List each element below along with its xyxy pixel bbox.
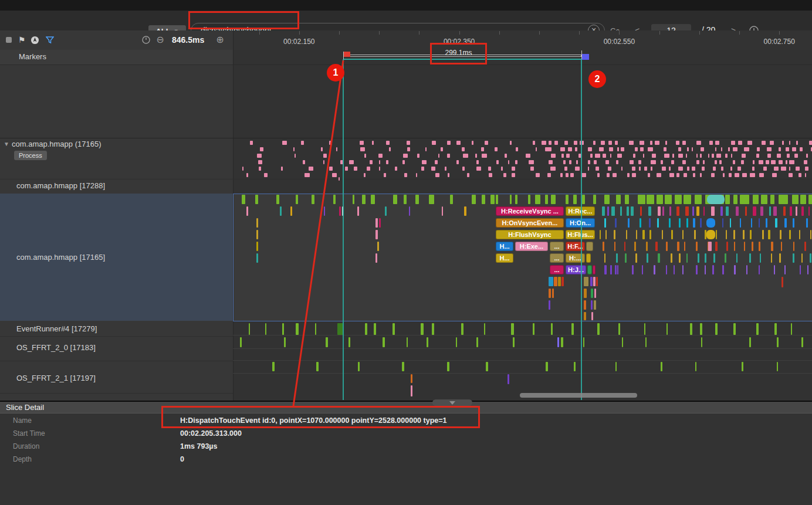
process-activity-tick[interactable]	[789, 167, 791, 171]
trace-slice[interactable]	[561, 277, 564, 286]
run-state-slice[interactable]	[740, 195, 749, 204]
run-state-slice[interactable]	[353, 195, 354, 204]
sched-tick[interactable]	[583, 337, 584, 347]
process-activity-tick[interactable]	[496, 160, 498, 164]
trace-tick[interactable]	[773, 206, 777, 216]
process-activity-tick[interactable]	[630, 160, 634, 164]
trace-tick[interactable]	[793, 218, 794, 228]
process-activity-tick[interactable]	[508, 160, 509, 164]
trace-slice[interactable]	[256, 218, 258, 228]
run-state-slice[interactable]	[616, 195, 620, 204]
process-activity-tick[interactable]	[435, 173, 439, 177]
process-activity-tick[interactable]	[421, 167, 424, 171]
run-state-slice[interactable]	[296, 195, 298, 204]
sched-tick[interactable]	[715, 323, 718, 335]
process-activity-tick[interactable]	[696, 154, 698, 158]
sched-tick[interactable]	[511, 323, 514, 335]
trace-slice[interactable]: H:FlushVsync	[496, 230, 564, 239]
trace-slice[interactable]: H...	[496, 253, 513, 263]
trace-tick[interactable]	[679, 218, 680, 228]
trace-tick[interactable]	[700, 218, 702, 228]
process-activity-tick[interactable]	[386, 160, 388, 164]
process-activity-tick[interactable]	[570, 173, 574, 177]
trace-tick[interactable]	[744, 242, 745, 251]
process-activity-tick[interactable]	[678, 154, 683, 158]
trace-tick[interactable]	[627, 206, 629, 216]
process-activity-tick[interactable]	[447, 141, 451, 145]
process-activity-tick[interactable]	[786, 160, 787, 164]
trace-tick[interactable]	[686, 253, 688, 263]
trace-tick[interactable]	[685, 206, 688, 216]
trace-tick[interactable]	[324, 206, 326, 216]
process-activity-tick[interactable]	[753, 160, 755, 164]
trace-tick[interactable]	[628, 218, 630, 228]
trace-tick[interactable]	[696, 206, 699, 216]
trace-tick[interactable]	[684, 242, 685, 251]
trace-tick[interactable]	[736, 206, 739, 216]
sched-tick[interactable]	[742, 362, 743, 371]
process-activity-tick[interactable]	[438, 154, 439, 158]
run-state-slice[interactable]	[582, 195, 585, 204]
run-state-slice[interactable]	[573, 195, 577, 204]
process-activity-tick[interactable]	[281, 167, 283, 171]
trace-slice[interactable]	[377, 242, 379, 251]
trace-tick[interactable]	[604, 253, 605, 263]
trace-tick[interactable]	[647, 253, 648, 263]
process-activity-tick[interactable]	[806, 154, 808, 158]
trace-tick[interactable]	[712, 265, 714, 274]
process-activity-tick[interactable]	[472, 141, 473, 145]
trace-tick[interactable]	[774, 265, 775, 274]
trace-tick[interactable]	[626, 230, 628, 239]
trace-tick[interactable]	[734, 265, 736, 274]
trace-tick[interactable]	[810, 253, 811, 263]
trace-tick[interactable]	[726, 206, 729, 216]
trace-slice[interactable]	[615, 265, 617, 274]
sched-tick[interactable]	[533, 323, 534, 335]
process-activity-tick[interactable]	[378, 154, 383, 158]
process-activity-tick[interactable]	[621, 167, 622, 171]
trace-tick[interactable]	[605, 230, 607, 239]
process-activity-tick[interactable]	[574, 141, 577, 145]
process-activity-tick[interactable]	[593, 141, 596, 145]
process-activity-tick[interactable]	[512, 173, 515, 177]
trace-slice[interactable]	[584, 289, 587, 298]
trace-slice[interactable]	[508, 374, 509, 384]
process-activity-tick[interactable]	[476, 167, 481, 171]
process-activity-tick[interactable]	[665, 141, 667, 145]
process-activity-tick[interactable]	[250, 141, 253, 145]
trace-slice[interactable]	[411, 385, 412, 396]
trace-tick[interactable]	[726, 242, 728, 251]
sched-tick[interactable]	[265, 323, 267, 335]
trace-slice[interactable]	[411, 374, 412, 383]
process-activity-tick[interactable]	[547, 147, 551, 151]
process-activity-tick[interactable]	[349, 160, 354, 164]
run-state-slice[interactable]	[792, 195, 799, 204]
trace-tick[interactable]	[722, 218, 724, 228]
run-state-slice[interactable]	[800, 195, 806, 204]
process-activity-tick[interactable]	[550, 167, 556, 171]
run-state-slice[interactable]	[675, 195, 682, 204]
sched-tick[interactable]	[284, 337, 286, 347]
process-activity-tick[interactable]	[664, 154, 669, 158]
process-activity-tick[interactable]	[809, 141, 812, 145]
trace-slice[interactable]	[584, 312, 586, 320]
run-state-slice[interactable]	[450, 195, 453, 204]
run-state-slice[interactable]	[604, 195, 610, 204]
trace-tick[interactable]	[385, 206, 387, 216]
sched-tick[interactable]	[661, 362, 662, 371]
trace-tick[interactable]	[753, 206, 756, 216]
run-state-slice[interactable]	[566, 195, 569, 204]
run-state-slice[interactable]	[753, 195, 759, 204]
trace-tick[interactable]	[669, 206, 671, 216]
process-activity-tick[interactable]	[731, 154, 732, 158]
process-activity-tick[interactable]	[621, 147, 624, 151]
trace-tick[interactable]	[357, 206, 359, 216]
process-activity-tick[interactable]	[640, 147, 644, 151]
trace-tick[interactable]	[730, 218, 731, 228]
sched-tick[interactable]	[296, 323, 299, 335]
process-activity-tick[interactable]	[575, 167, 579, 171]
process-activity-tick[interactable]	[303, 160, 306, 164]
process-activity-tick[interactable]	[549, 141, 552, 145]
trace-slice[interactable]	[584, 277, 588, 286]
process-activity-tick[interactable]	[728, 147, 730, 151]
